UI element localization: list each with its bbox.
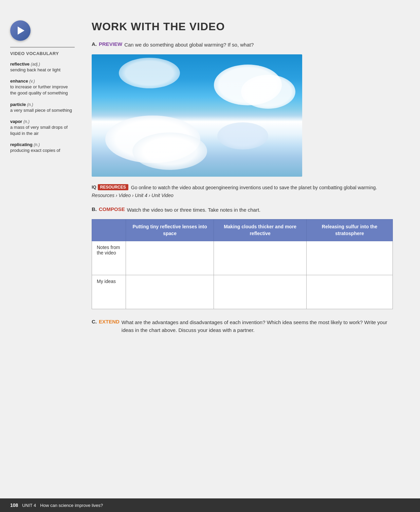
cloud-decoration <box>241 75 295 109</box>
footer-page-number: 108 <box>10 502 18 508</box>
vocab-def: a mass of very small drops of liquid in … <box>10 124 75 137</box>
vocab-entry-vapor: vapor (n.) a mass of very small drops of… <box>10 118 75 137</box>
vocab-def: to increase or further improve the good … <box>10 84 75 96</box>
table-header-sulfur: Releasing sulfur into the stratosphere <box>307 219 393 241</box>
compose-label: COMPOSE <box>99 206 125 212</box>
vocab-pos: (v.) <box>29 79 35 84</box>
compose-text: Watch the video two or three times. Take… <box>127 206 261 214</box>
vocab-word: enhance (v.) <box>10 78 35 84</box>
table-cell-notes-sulfur[interactable] <box>307 241 393 275</box>
play-icon <box>18 27 24 35</box>
vocab-def: producing exact copies of <box>10 147 75 154</box>
main-content: WORK WITH THE VIDEO A. PREVIEW Can we do… <box>81 0 420 360</box>
table-cell-ideas-sulfur[interactable] <box>307 275 393 309</box>
table-row-notes: Notes from the video <box>92 241 393 275</box>
section-letter-c: C. <box>92 319 97 324</box>
table-cell-ideas-lenses[interactable] <box>126 275 214 309</box>
table-row-ideas: My ideas <box>92 275 393 309</box>
table-cell-notes-lenses[interactable] <box>126 241 214 275</box>
vocab-def: sending back heat or light <box>10 67 75 73</box>
compose-header-row: B. COMPOSE Watch the video two or three … <box>92 206 393 214</box>
sidebar: VIDEO VOCABULARY reflective (adj.) sendi… <box>0 0 81 165</box>
table-header-lenses: Putting tiny reflective lenses into spac… <box>126 219 214 241</box>
notes-table: Putting tiny reflective lenses into spac… <box>92 219 393 309</box>
vocab-pos: (adj.) <box>31 62 40 67</box>
vocab-word: vapor (n.) <box>10 119 30 124</box>
vocab-pos: (n.) <box>23 119 30 124</box>
page: VIDEO VOCABULARY reflective (adj.) sendi… <box>0 0 420 512</box>
section-preview: A. PREVIEW Can we do something about glo… <box>92 41 393 49</box>
cloud-decoration <box>132 133 207 170</box>
vocab-entry-enhance: enhance (v.) to increase or further impr… <box>10 78 75 96</box>
iq-resources-line: IQ RESOURCES Go online to watch the vide… <box>92 184 393 191</box>
row-label-notes: Notes from the video <box>92 241 126 275</box>
extend-header-row: C. EXTEND What are the advantages and di… <box>92 319 393 334</box>
footer-bar: 108 UNIT 4 How can science improve lives… <box>0 498 420 512</box>
cloud-decoration <box>119 58 180 88</box>
iq-resources-block: IQ RESOURCES Go online to watch the vide… <box>92 184 393 198</box>
section-extend: C. EXTEND What are the advantages and di… <box>92 319 393 334</box>
iq-resources-path: Resources › Video › Unit 4 › Unit Video <box>92 193 393 198</box>
cloud-decoration <box>217 122 268 149</box>
vocab-word: replicating (n.) <box>10 142 40 147</box>
footer-unit-label: UNIT 4 <box>22 503 36 508</box>
table-header-row: Putting tiny reflective lenses into spac… <box>92 219 393 241</box>
vocab-pos: (n.) <box>34 142 40 147</box>
vocab-pos: (n.) <box>27 102 33 107</box>
section-compose: B. COMPOSE Watch the video two or three … <box>92 206 393 310</box>
footer-unit-question: How can science improve lives? <box>40 503 103 508</box>
play-button[interactable] <box>10 20 31 41</box>
extend-text: What are the advantages and disadvantage… <box>122 319 393 334</box>
page-title: WORK WITH THE VIDEO <box>92 20 393 33</box>
table-cell-ideas-clouds[interactable] <box>214 275 307 309</box>
vocab-word: reflective (adj.) <box>10 61 40 67</box>
vocab-entry-replicating: replicating (n.) producing exact copies … <box>10 141 75 154</box>
section-letter-b: B. <box>92 206 97 212</box>
vocab-title: VIDEO VOCABULARY <box>10 47 75 56</box>
table-header-clouds: Making clouds thicker and more reflectiv… <box>214 219 307 241</box>
vocab-word: particle (n.) <box>10 102 33 107</box>
vocab-def: a very small piece of something <box>10 107 75 113</box>
resources-badge: RESOURCES <box>98 184 128 190</box>
extend-label: EXTEND <box>99 319 120 324</box>
table-header-empty <box>92 219 126 241</box>
sky-image <box>92 54 302 177</box>
table-cell-notes-clouds[interactable] <box>214 241 307 275</box>
vocab-entry-reflective: reflective (adj.) sending back heat or l… <box>10 61 75 73</box>
vocab-entry-particle: particle (n.) a very small piece of some… <box>10 101 75 113</box>
row-label-ideas: My ideas <box>92 275 126 309</box>
preview-text: Can we do something about global warming… <box>124 41 254 49</box>
iq-badge: IQ <box>92 184 96 190</box>
preview-label: PREVIEW <box>99 41 122 47</box>
iq-resources-text: Go online to watch the video about geoen… <box>131 184 377 191</box>
section-letter-a: A. <box>92 41 97 47</box>
